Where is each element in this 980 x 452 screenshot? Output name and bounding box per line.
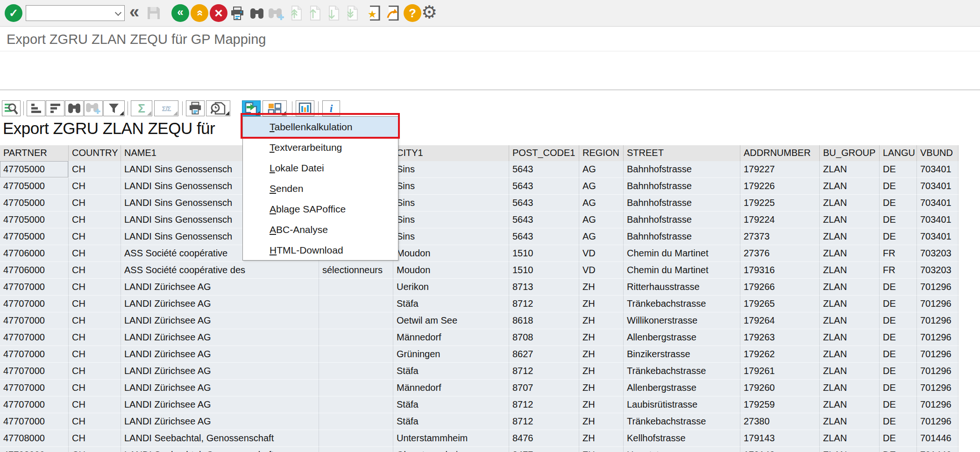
table-cell[interactable]: 27380 (740, 413, 820, 430)
table-cell[interactable]: 701296 (917, 363, 959, 380)
table-cell[interactable]: ZH (579, 312, 624, 329)
table-cell[interactable]: CH (69, 413, 121, 430)
table-cell[interactable]: 47707000 (0, 279, 69, 296)
back-button[interactable]: « (171, 4, 189, 22)
table-cell[interactable]: DE (880, 296, 917, 312)
table-cell[interactable]: 47708000 (0, 447, 69, 452)
table-row[interactable]: 47707000CHLANDI Zürichsee AGStäfa8712ZHT… (0, 413, 959, 430)
table-cell[interactable]: Tränkebachstrasse (624, 296, 740, 312)
table-cell[interactable]: 179263 (740, 329, 820, 346)
table-cell[interactable]: 179265 (740, 296, 820, 312)
table-cell[interactable]: 8627 (509, 346, 579, 363)
table-cell[interactable]: 8477 (509, 447, 579, 452)
chevron-down-icon[interactable] (115, 9, 121, 16)
table-cell[interactable]: 703203 (917, 262, 959, 279)
command-field[interactable] (26, 5, 125, 21)
table-cell[interactable]: 703203 (917, 245, 959, 262)
table-cell[interactable]: Grüningen (393, 346, 509, 363)
column-header-STREET[interactable]: STREET (624, 145, 740, 161)
table-cell[interactable]: ZLAN (820, 447, 880, 452)
table-cell[interactable]: DE (880, 346, 917, 363)
table-cell[interactable] (319, 279, 393, 296)
table-cell[interactable]: ZLAN (820, 245, 880, 262)
table-cell[interactable]: ZLAN (820, 195, 880, 212)
table-cell[interactable]: DE (880, 228, 917, 245)
table-cell[interactable]: 179142 (740, 447, 820, 452)
table-cell[interactable]: ZH (579, 279, 624, 296)
table-cell[interactable]: Allenbergstrasse (624, 380, 740, 396)
table-row[interactable]: 47705000CHLANDI Sins GenossenschSins5643… (0, 228, 959, 245)
table-cell[interactable]: 179261 (740, 363, 820, 380)
table-cell[interactable]: 701296 (917, 279, 959, 296)
table-cell[interactable]: 179143 (740, 430, 820, 447)
table-cell[interactable] (319, 346, 393, 363)
table-cell[interactable]: ZH (579, 296, 624, 312)
menu-item-senden[interactable]: Senden (243, 178, 398, 199)
column-header-CITY1[interactable]: CITY1 (393, 145, 509, 161)
table-row[interactable]: 47705000CHLANDI Sins GenossenschSins5643… (0, 212, 959, 228)
table-cell[interactable]: CH (69, 296, 121, 312)
table-cell[interactable] (319, 380, 393, 396)
table-cell[interactable]: 47707000 (0, 396, 69, 413)
table-cell[interactable]: CH (69, 396, 121, 413)
table-cell[interactable] (319, 447, 393, 452)
table-cell[interactable]: 8707 (509, 380, 579, 396)
table-cell[interactable]: Willikonerstrasse (624, 312, 740, 329)
table-cell[interactable] (319, 312, 393, 329)
table-row[interactable]: 47707000CHLANDI Zürichsee AGStäfa8712ZHL… (0, 396, 959, 413)
table-cell[interactable]: VD (579, 262, 624, 279)
table-cell[interactable]: DE (880, 380, 917, 396)
table-cell[interactable]: ZH (579, 363, 624, 380)
table-cell[interactable]: Bahnhofstrasse (624, 161, 740, 178)
table-cell[interactable]: Kellhofstrasse (624, 430, 740, 447)
table-cell[interactable]: CH (69, 380, 121, 396)
print-button[interactable] (230, 7, 245, 22)
table-cell[interactable]: AG (579, 228, 624, 245)
table-cell[interactable]: ZLAN (820, 212, 880, 228)
table-cell[interactable]: Allenbergstrasse (624, 329, 740, 346)
table-cell[interactable]: 47707000 (0, 346, 69, 363)
table-cell[interactable]: Unterstammheim (393, 430, 509, 447)
table-cell[interactable]: 47707000 (0, 312, 69, 329)
table-cell[interactable]: CH (69, 178, 121, 195)
table-row[interactable]: 47707000CHLANDI Zürichsee AGMännedorf870… (0, 380, 959, 396)
table-cell[interactable]: ZH (579, 380, 624, 396)
table-cell[interactable]: 8712 (509, 296, 579, 312)
find-button[interactable] (249, 7, 264, 21)
table-row[interactable]: 47706000CHASS Société coopérative dessél… (0, 262, 959, 279)
table-cell[interactable]: LANDI Zürichsee AG (121, 346, 319, 363)
command-input[interactable] (28, 7, 112, 20)
settings-button[interactable]: ⚙ (421, 2, 437, 22)
table-cell[interactable]: 5643 (509, 195, 579, 212)
table-cell[interactable]: 47706000 (0, 245, 69, 262)
table-cell[interactable]: 179266 (740, 279, 820, 296)
table-cell[interactable]: CH (69, 312, 121, 329)
table-cell[interactable]: ZLAN (820, 329, 880, 346)
table-cell[interactable]: CH (69, 212, 121, 228)
table-cell[interactable]: Chemin du Martinet (624, 262, 740, 279)
table-row[interactable]: 47705000CHLANDI Sins GenossenschSins5643… (0, 178, 959, 195)
table-cell[interactable]: 8712 (509, 396, 579, 413)
table-cell[interactable]: CH (69, 161, 121, 178)
table-cell[interactable]: 47708000 (0, 430, 69, 447)
table-cell[interactable]: 701296 (917, 413, 959, 430)
table-cell[interactable]: LANDI Zürichsee AG (121, 413, 319, 430)
table-cell[interactable]: Laubisrütistrasse (624, 396, 740, 413)
table-cell[interactable]: sélectionneurs (319, 262, 393, 279)
alv-print-button[interactable] (186, 100, 205, 116)
new-window-button[interactable] (386, 6, 400, 22)
table-cell[interactable]: Uerikon (393, 279, 509, 296)
table-cell[interactable]: 179227 (740, 161, 820, 178)
table-cell[interactable]: 703401 (917, 178, 959, 195)
table-cell[interactable]: FR (880, 245, 917, 262)
table-cell[interactable]: ZLAN (820, 346, 880, 363)
details-button[interactable] (2, 100, 21, 116)
table-row[interactable]: 47705000CHLANDI Sins GenossenschSins5643… (0, 161, 959, 178)
table-cell[interactable]: 703401 (917, 161, 959, 178)
column-header-ADDRNUMBER[interactable]: ADDRNUMBER (740, 145, 820, 161)
table-cell[interactable]: CH (69, 262, 121, 279)
table-cell[interactable]: LANDI Zürichsee AG (121, 380, 319, 396)
table-cell[interactable]: 8618 (509, 312, 579, 329)
table-cell[interactable]: LANDI Seebachtal, Genossenschaft (121, 447, 319, 452)
table-cell[interactable]: Stäfa (393, 413, 509, 430)
